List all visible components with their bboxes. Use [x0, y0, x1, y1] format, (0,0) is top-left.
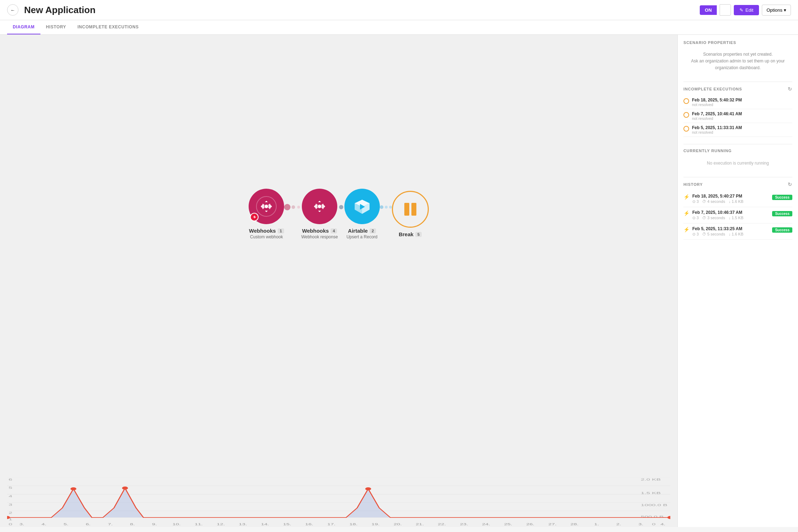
header-actions: ON ✎ Edit Options ▾ — [700, 4, 791, 16]
scenario-properties-title: SCENARIO PROPERTIES — [683, 40, 792, 45]
svg-text:19.: 19. — [371, 522, 379, 526]
connector-3 — [380, 205, 392, 209]
exec-status-1: not resolved — [692, 116, 742, 121]
refresh-incomplete-icon[interactable]: ↻ — [788, 86, 792, 92]
toggle-on-button[interactable]: ON — [700, 5, 717, 15]
svg-text:6.: 6. — [86, 522, 91, 526]
airtable-circle — [344, 189, 380, 224]
main-content: Webhooks 1 Custom webhook — [0, 35, 798, 527]
node-airtable[interactable]: Airtable 2 Upsert a Record — [344, 189, 380, 239]
webhook1-lightning — [250, 213, 259, 221]
divider-1 — [683, 82, 792, 82]
exec-item-1[interactable]: Feb 7, 2025, 10:46:41 AM not resolved — [683, 109, 792, 123]
conn-dot-sm-1 — [297, 206, 300, 209]
svg-point-25 — [71, 487, 77, 491]
chart-area: 6 5 4 3 2 1 0 2.0 KB 1.5 KB 1000.0 B 500… — [0, 477, 677, 527]
history-ops-2: ⊙ 3 — [692, 232, 699, 237]
history-status-2: Success — [772, 227, 792, 233]
diagram-nodes: Webhooks 1 Custom webhook — [0, 35, 677, 379]
history-ops-1: ⊙ 3 — [692, 216, 699, 220]
chart-svg: 6 5 4 3 2 1 0 2.0 KB 1.5 KB 1000.0 B 500… — [7, 477, 670, 527]
history-status-0: Success — [772, 195, 792, 200]
svg-text:13.: 13. — [239, 522, 247, 526]
back-button[interactable]: ← — [7, 4, 18, 16]
node-webhook1[interactable]: Webhooks 1 Custom webhook — [249, 189, 284, 239]
svg-text:25.: 25. — [504, 522, 512, 526]
svg-text:500.0 B: 500.0 B — [641, 515, 664, 519]
history-date-2: Feb 5, 2025, 11:33:25 AM — [692, 226, 769, 231]
airtable-icon — [352, 196, 372, 217]
tab-diagram[interactable]: DIAGRAM — [7, 20, 40, 34]
history-item-1[interactable]: ⚡ Feb 7, 2025, 10:46:37 AM ⊙ 3 ⏱ 3 secon… — [683, 207, 792, 223]
currently-running-title: CURRENTLY RUNNING — [683, 149, 792, 153]
history-item-2[interactable]: ⚡ Feb 5, 2025, 11:33:25 AM ⊙ 3 ⏱ 5 secon… — [683, 223, 792, 240]
break-circle — [392, 191, 429, 228]
exec-item-2[interactable]: Feb 5, 2025, 11:33:31 AM not resolved — [683, 123, 792, 137]
edit-button[interactable]: ✎ Edit — [734, 5, 759, 15]
svg-text:10.: 10. — [172, 522, 181, 526]
svg-text:3.: 3. — [20, 522, 24, 526]
scenario-properties-section: SCENARIO PROPERTIES Scenarios properties… — [683, 40, 792, 74]
exec-date-0: Feb 18, 2025, 5:40:32 PM — [692, 98, 742, 102]
svg-text:6: 6 — [9, 477, 12, 481]
pause-bar-1 — [404, 203, 409, 216]
exec-item-0[interactable]: Feb 18, 2025, 5:40:32 PM not resolved — [683, 95, 792, 109]
connector-1 — [284, 204, 301, 210]
options-button[interactable]: Options ▾ — [762, 5, 791, 16]
exec-circle-1 — [683, 112, 689, 118]
edit-icon: ✎ — [739, 7, 743, 13]
svg-text:1.: 1. — [594, 522, 599, 526]
svg-text:18.: 18. — [349, 522, 358, 526]
history-title: HISTORY ↻ — [683, 182, 792, 187]
history-date-1: Feb 7, 2025, 10:46:37 AM — [692, 210, 769, 215]
connector-2 — [338, 205, 344, 209]
airtable-label: Airtable 2 — [348, 228, 376, 234]
svg-text:5: 5 — [9, 486, 12, 489]
sidebar: SCENARIO PROPERTIES Scenarios properties… — [677, 35, 798, 527]
airtable-badge: 2 — [370, 228, 376, 233]
diagram-canvas[interactable]: Webhooks 1 Custom webhook — [0, 35, 677, 527]
svg-text:9.: 9. — [152, 522, 157, 526]
tab-history[interactable]: HISTORY — [40, 20, 72, 34]
history-meta-2: ⊙ 3 ⏱ 5 seconds ↓ 1.6 KB — [692, 232, 769, 237]
history-section: HISTORY ↻ ⚡ Feb 18, 2025, 5:40:27 PM ⊙ 3… — [683, 182, 792, 240]
svg-text:2: 2 — [9, 511, 12, 515]
break-badge: 5 — [415, 232, 422, 237]
exec-info-0: Feb 18, 2025, 5:40:32 PM not resolved — [692, 98, 742, 107]
webhook2-circle — [302, 189, 337, 224]
history-date-0: Feb 18, 2025, 5:40:27 PM — [692, 194, 769, 199]
history-run-icon-1: ⚡ — [683, 210, 689, 216]
node-webhook2[interactable]: Webhooks 4 Webhook response — [301, 189, 338, 239]
history-item-0[interactable]: ⚡ Feb 18, 2025, 5:40:27 PM ⊙ 3 ⏱ 4 secon… — [683, 191, 792, 207]
currently-running-section: CURRENTLY RUNNING No execution is curren… — [683, 149, 792, 170]
exec-info-1: Feb 7, 2025, 10:46:41 AM not resolved — [692, 111, 742, 121]
svg-text:11.: 11. — [195, 522, 203, 526]
webhook1-badge: 1 — [278, 228, 284, 233]
webhook1-circle — [249, 189, 284, 224]
svg-text:16.: 16. — [305, 522, 313, 526]
history-run-icon-0: ⚡ — [683, 194, 689, 200]
svg-text:15.: 15. — [283, 522, 291, 526]
toggle-box[interactable] — [720, 4, 731, 16]
refresh-history-icon[interactable]: ↻ — [788, 182, 792, 187]
svg-text:22.: 22. — [438, 522, 446, 526]
svg-text:8.: 8. — [130, 522, 135, 526]
svg-text:26.: 26. — [526, 522, 534, 526]
svg-text:12.: 12. — [217, 522, 225, 526]
tab-incomplete-executions[interactable]: INCOMPLETE EXECUTIONS — [72, 20, 144, 34]
exec-info-2: Feb 5, 2025, 11:33:31 AM not resolved — [692, 125, 742, 134]
svg-text:2.: 2. — [616, 522, 621, 526]
break-label: Break 5 — [399, 231, 422, 237]
no-running-text: No execution is currently running — [683, 156, 792, 170]
history-meta-0: ⊙ 3 ⏱ 4 seconds ↓ 1.6 KB — [692, 199, 769, 204]
history-status-1: Success — [772, 211, 792, 216]
webhook1-icon — [256, 196, 277, 217]
conn-blue-1 — [380, 205, 383, 209]
scenario-properties-text: Scenarios properties not yet created. As… — [683, 48, 792, 74]
exec-circle-0 — [683, 98, 689, 104]
svg-text:17.: 17. — [327, 522, 336, 526]
conn-blue-3 — [389, 206, 392, 209]
conn-blue-2 — [385, 206, 388, 209]
conn-dot-small-1 — [292, 205, 295, 209]
node-break[interactable]: Break 5 — [392, 191, 429, 237]
